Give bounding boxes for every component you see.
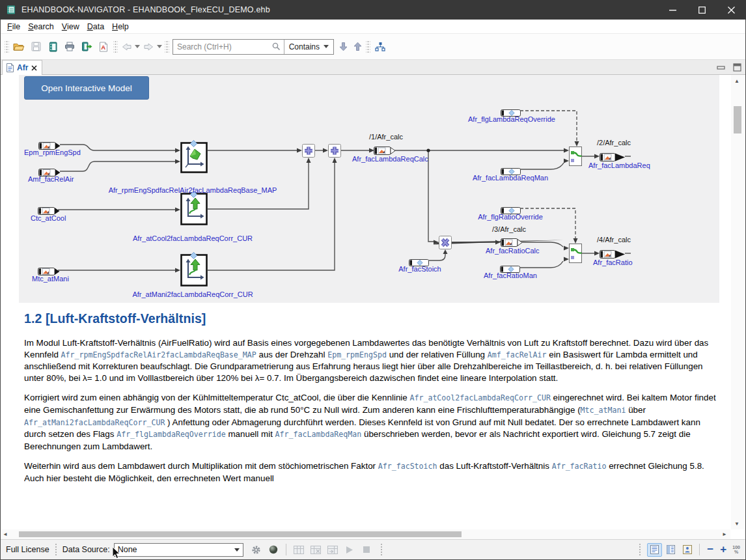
- open-file-button[interactable]: [10, 38, 27, 55]
- minimize-pane-icon[interactable]: [717, 66, 725, 70]
- previous-result-button[interactable]: [350, 38, 365, 55]
- label-man-ratio[interactable]: Afr_facRatioMan: [468, 272, 553, 279]
- add-block[interactable]: [328, 144, 341, 160]
- save-button[interactable]: [27, 38, 44, 55]
- zoom-out-button[interactable]: −: [704, 543, 717, 556]
- search-mode-value: Contains: [289, 42, 320, 51]
- calibration-transfer-button[interactable]: [325, 542, 340, 557]
- calibration-grid-remove-button[interactable]: [308, 542, 324, 557]
- switch-block-lambda[interactable]: [569, 147, 582, 169]
- tab-strip: Afr: [1, 60, 745, 75]
- title-bar: EHANDBOOK-NAVIGATOR - EHANDBOOK_FlexECU_…: [0, 0, 746, 20]
- menu-file[interactable]: File: [3, 20, 24, 33]
- label-cur2[interactable]: Afr_atMani2facLambdaReqCorr_CUR: [102, 290, 284, 298]
- data-source-label: Data Source:: [62, 545, 110, 554]
- single-page-view-button[interactable]: [647, 543, 662, 557]
- export-button[interactable]: [78, 38, 95, 55]
- settings-button[interactable]: [249, 542, 264, 557]
- label-amf[interactable]: Amf_facRelAir: [28, 175, 74, 183]
- zoom-in-button[interactable]: +: [717, 543, 730, 556]
- start-measurement-button[interactable]: [342, 542, 357, 557]
- minimize-button[interactable]: [658, 0, 687, 20]
- maximize-button[interactable]: [687, 0, 717, 20]
- add-block[interactable]: [302, 144, 315, 160]
- data-sphere-button[interactable]: [266, 542, 281, 557]
- forward-history-dropdown[interactable]: [156, 38, 163, 55]
- search-mode-dropdown[interactable]: Contains: [284, 40, 333, 54]
- split-view-button[interactable]: [663, 543, 678, 557]
- paragraph-2: Korrigiert wird zum einen abhängig von d…: [24, 392, 718, 452]
- label-stoich[interactable]: Afr_facStoich: [389, 265, 451, 273]
- sync-structure-button[interactable]: [372, 38, 389, 55]
- search-input[interactable]: [173, 42, 269, 51]
- handbook-icon: [48, 42, 58, 52]
- code-reference: Afr_atCool2facLambdaReqCorr_CUR: [409, 393, 550, 402]
- document-text: 1.2 [Luft-Kraftstoff-Verhältnis] Im Modu…: [24, 311, 718, 529]
- calibration-grid-button[interactable]: [291, 542, 307, 557]
- open-interactive-model-button[interactable]: Open Interactive Model: [24, 76, 149, 100]
- vertical-scrollbar[interactable]: ▲ ▼: [731, 75, 744, 529]
- forward-button[interactable]: [141, 38, 156, 55]
- toolbar-grip: [113, 40, 118, 54]
- tab-afr[interactable]: Afr: [2, 60, 42, 75]
- paragraph-1: Im Modul Luft-Kraftstoff-Verhältnis (Air…: [24, 337, 718, 384]
- back-button[interactable]: [119, 38, 133, 55]
- search-icon: [271, 42, 281, 51]
- label-flg-ratio[interactable]: Afr_flgRatioOverride: [468, 213, 553, 221]
- open-book-button[interactable]: [44, 38, 61, 55]
- license-status: Full License: [6, 545, 49, 554]
- zoom-reset-button[interactable]: 100 %: [732, 545, 740, 554]
- mouse-cursor: [112, 547, 121, 560]
- next-result-button[interactable]: [336, 38, 350, 55]
- label-flg-lambda[interactable]: Afr_flgLambdaReqOverride: [468, 115, 553, 123]
- label-mtc[interactable]: Mtc_atMani: [32, 275, 69, 283]
- split-view-icon: [667, 545, 675, 554]
- label-man-lambda[interactable]: Afr_facLambdaReqMan: [468, 174, 553, 182]
- app-window: EHANDBOOK-NAVIGATOR - EHANDBOOK_FlexECU_…: [0, 0, 746, 560]
- menu-help[interactable]: Help: [108, 20, 133, 33]
- map-diamond-icon: [190, 138, 197, 150]
- back-history-dropdown[interactable]: [133, 38, 141, 55]
- menu-search[interactable]: Search: [24, 20, 58, 33]
- paragraph-3: Weiterhin wird aus dem Lambdawert durch …: [24, 460, 718, 484]
- print-button[interactable]: [61, 38, 78, 55]
- code-reference: Epm_rpmEngSpd: [327, 350, 387, 359]
- stop-measurement-button[interactable]: [359, 542, 374, 557]
- section-heading: 1.2 [Luft-Kraftstoff-Verhältnis]: [24, 311, 718, 326]
- restore-pane-icon[interactable]: [733, 63, 741, 72]
- data-source-select[interactable]: None: [114, 543, 243, 557]
- structure-tree-icon: [375, 42, 385, 52]
- label-ctc[interactable]: Ctc_atCool: [31, 214, 66, 222]
- scroll-up-arrow[interactable]: ▲: [734, 78, 739, 84]
- label-lambda-calc[interactable]: Afr_facLambdaReqCalc: [352, 155, 428, 163]
- close-button[interactable]: [717, 0, 746, 20]
- switch-block-ratio[interactable]: [569, 244, 582, 266]
- label-ratio-calc[interactable]: Afr_facRatioCalc: [486, 247, 540, 255]
- port-label-1: /1/Afr_calc: [369, 133, 403, 141]
- horizontal-scroll-thumb[interactable]: [19, 531, 462, 537]
- scroll-left-arrow[interactable]: ◄: [3, 531, 8, 537]
- label-out-lambda[interactable]: Afr_facLambdaReq: [588, 161, 650, 169]
- menu-view[interactable]: View: [58, 20, 83, 33]
- vertical-scroll-thumb[interactable]: [734, 106, 741, 133]
- reader-view-button[interactable]: [680, 543, 695, 557]
- pdf-export-button[interactable]: A: [95, 38, 112, 55]
- code-reference: Afr_atMani2facLambdaReqCorr_CUR: [24, 418, 165, 427]
- horizontal-scrollbar[interactable]: ◄ ►: [1, 529, 730, 539]
- label-cur1[interactable]: Afr_atCool2facLambdaReqCorr_CUR: [102, 234, 284, 242]
- label-map[interactable]: Afr_rpmEngSpdfacRelAir2facLambdaReqBase_…: [102, 186, 284, 194]
- code-reference: Amf_facRelAir: [488, 350, 547, 359]
- matrix-x-icon: [311, 546, 321, 554]
- printer-icon: [64, 42, 75, 51]
- menu-data[interactable]: Data: [83, 20, 108, 33]
- label-epm[interactable]: Epm_rpmEngSpd: [24, 148, 81, 156]
- scroll-down-arrow[interactable]: ▼: [734, 521, 739, 527]
- window-title: EHANDBOOK-NAVIGATOR - EHANDBOOK_FlexECU_…: [21, 5, 270, 14]
- multiply-block[interactable]: [439, 236, 452, 252]
- scroll-right-arrow[interactable]: ►: [722, 531, 727, 537]
- tab-close-icon[interactable]: [31, 65, 37, 71]
- label-out-ratio[interactable]: Afr_facRatio: [593, 259, 633, 266]
- menu-bar: File Search View Data Help: [1, 20, 745, 34]
- down-arrow-icon: [339, 42, 348, 51]
- svg-text:A: A: [101, 44, 105, 51]
